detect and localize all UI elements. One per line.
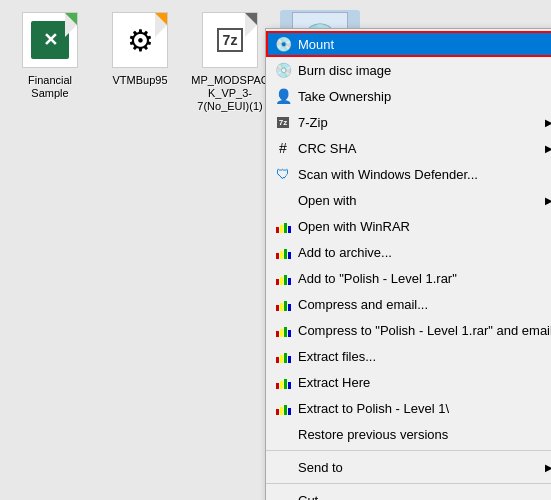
cut-label: Cut	[298, 493, 551, 501]
open-with-icon	[274, 191, 292, 209]
extract-polish-label: Extract to Polish - Level 1\	[298, 401, 551, 416]
context-menu-item-mount[interactable]: 💿 Mount	[266, 31, 551, 57]
7zip-arrow-icon: ▶	[545, 117, 551, 128]
context-menu-item-send-to[interactable]: Send to ▶	[266, 454, 551, 480]
hash-icon: #	[274, 139, 292, 157]
shield-icon: 🛡	[274, 165, 292, 183]
desktop-icon-mp-modspack[interactable]: 7z MP_MODSPACK_VP_3-7(No_EUI)(1)	[190, 10, 270, 114]
scan-defender-label: Scan with Windows Defender...	[298, 167, 551, 182]
winrar-icon	[274, 217, 292, 235]
context-menu-item-extract-polish[interactable]: Extract to Polish - Level 1\	[266, 395, 551, 421]
desktop-icon-financial-sample[interactable]: ✕ Financial Sample	[10, 10, 90, 100]
desktop-icon-vtmbup95[interactable]: ⚙ VTMBup95	[100, 10, 180, 87]
add-polish-rar-label: Add to "Polish - Level 1.rar"	[298, 271, 551, 286]
context-menu-item-cut[interactable]: Cut	[266, 487, 551, 500]
context-menu-item-add-polish-rar[interactable]: Add to "Polish - Level 1.rar"	[266, 265, 551, 291]
add-archive-label: Add to archive...	[298, 245, 551, 260]
burn-disc-icon: 💿	[274, 61, 292, 79]
compress-polish-email-label: Compress to "Polish - Level 1.rar" and e…	[298, 323, 551, 338]
open-with-arrow-icon: ▶	[545, 195, 551, 206]
context-menu-item-extract-here[interactable]: Extract Here	[266, 369, 551, 395]
send-to-icon	[274, 458, 292, 476]
vtmbup-file-icon: ⚙	[112, 12, 168, 68]
context-menu-item-crc-sha[interactable]: # CRC SHA ▶	[266, 135, 551, 161]
crc-sha-arrow-icon: ▶	[545, 143, 551, 154]
extract-files-label: Extract files...	[298, 349, 551, 364]
financial-sample-label: Financial Sample	[10, 74, 90, 100]
context-menu-item-take-ownership[interactable]: 👤 Take Ownership	[266, 83, 551, 109]
vtmbup95-label: VTMBup95	[112, 74, 167, 87]
desktop: ✕ Financial Sample ⚙ VTMBup95 7z MP_MODS…	[0, 0, 551, 500]
extract-here-winrar-icon	[274, 373, 292, 391]
context-menu-item-scan-defender[interactable]: 🛡 Scan with Windows Defender...	[266, 161, 551, 187]
mp-modspack-label: MP_MODSPACK_VP_3-7(No_EUI)(1)	[190, 74, 270, 114]
add-archive-winrar-icon	[274, 243, 292, 261]
context-menu-item-open-with[interactable]: Open with ▶	[266, 187, 551, 213]
restore-prev-label: Restore previous versions	[298, 427, 551, 442]
crc-sha-label: CRC SHA	[298, 141, 537, 156]
add-polish-winrar-icon	[274, 269, 292, 287]
7zip-label: 7-Zip	[298, 115, 537, 130]
context-menu-item-extract-files[interactable]: Extract files...	[266, 343, 551, 369]
sevenz-file-icon: 7z	[202, 12, 258, 68]
send-to-arrow-icon: ▶	[545, 462, 551, 473]
context-menu-item-open-winrar[interactable]: Open with WinRAR	[266, 213, 551, 239]
disc-icon: 💿	[274, 35, 292, 53]
take-ownership-label: Take Ownership	[298, 89, 551, 104]
context-menu-item-burn-disc[interactable]: 💿 Burn disc image	[266, 57, 551, 83]
send-to-label: Send to	[298, 460, 537, 475]
compress-polish-winrar-icon	[274, 321, 292, 339]
separator-1	[266, 450, 551, 451]
context-menu-item-restore-prev[interactable]: Restore previous versions	[266, 421, 551, 447]
context-menu: 💿 Mount 💿 Burn disc image 👤 Take Ownersh…	[265, 28, 551, 500]
context-menu-item-compress-polish-email[interactable]: Compress to "Polish - Level 1.rar" and e…	[266, 317, 551, 343]
excel-file-icon: ✕	[22, 12, 78, 68]
open-with-label: Open with	[298, 193, 537, 208]
extract-files-winrar-icon	[274, 347, 292, 365]
burn-disc-label: Burn disc image	[298, 63, 551, 78]
person-icon: 👤	[274, 87, 292, 105]
context-menu-item-7zip[interactable]: 7z 7-Zip ▶	[266, 109, 551, 135]
open-winrar-label: Open with WinRAR	[298, 219, 551, 234]
restore-prev-icon	[274, 425, 292, 443]
mount-label: Mount	[298, 37, 551, 52]
compress-email-winrar-icon	[274, 295, 292, 313]
separator-2	[266, 483, 551, 484]
context-menu-item-compress-email[interactable]: Compress and email...	[266, 291, 551, 317]
extract-polish-winrar-icon	[274, 399, 292, 417]
compress-email-label: Compress and email...	[298, 297, 551, 312]
7zip-icon: 7z	[274, 113, 292, 131]
extract-here-label: Extract Here	[298, 375, 551, 390]
cut-icon	[274, 491, 292, 500]
context-menu-item-add-archive[interactable]: Add to archive...	[266, 239, 551, 265]
